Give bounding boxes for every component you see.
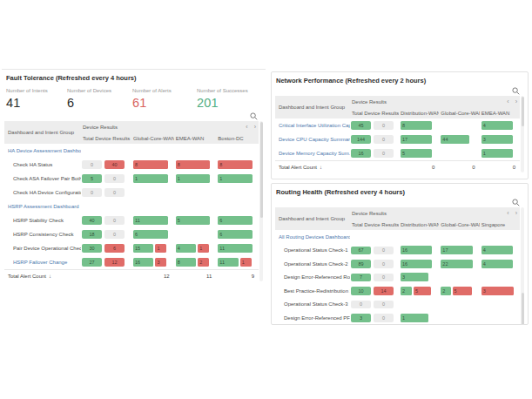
device-count-badge: 3: [351, 314, 371, 322]
next-columns-icon[interactable]: ›: [515, 98, 517, 105]
intent-group-link[interactable]: HA Device Assessment Dashbo...: [4, 148, 81, 153]
intent-group-link[interactable]: All Routing Devices Dashboard: [275, 234, 350, 240]
table-row: HA Device Assessment Dashbo...: [4, 144, 259, 158]
column-header: Singapore: [480, 222, 520, 227]
device-count-badge: 0: [374, 247, 394, 255]
site-result-cell: 151: [131, 241, 174, 255]
prev-columns-icon[interactable]: ‹: [246, 124, 247, 130]
intent-group-link[interactable]: Device CPU Capacity Summary: [275, 137, 350, 142]
alert-count-value: 0: [439, 165, 479, 170]
success-result-bar: 2: [441, 287, 450, 295]
total-device-results: 450: [350, 121, 399, 130]
prev-columns-icon[interactable]: ‹: [507, 210, 508, 216]
table-row: Check ASA Failover Pair Both ...50111: [4, 172, 259, 186]
table-header: Dashboard and Intent Group Device Result…: [275, 96, 520, 118]
total-device-results: 040: [81, 160, 131, 169]
success-result-bar: 22: [441, 260, 472, 268]
table-row: HSRP Assessment Dashboard: [4, 200, 259, 213]
vertical-scrollbar[interactable]: [521, 207, 524, 325]
device-count-badge: 0: [104, 188, 125, 197]
dashboard-canvas: Fault Tolerance (Refreshed every 4 hours…: [0, 0, 532, 399]
success-result-bar: 8: [401, 121, 432, 130]
routing-health-panel: Routing Health (Refreshed every 4 hours)…: [271, 183, 529, 325]
device-count-badge: 0: [374, 135, 394, 144]
table-row: All Routing Devices Dashboard: [275, 230, 520, 244]
site-result-cell: 1: [131, 172, 174, 186]
intent-row-label: Operational Status Check-3: [275, 301, 350, 307]
device-count-badge: 16: [351, 149, 371, 158]
site-result-cell: [131, 186, 174, 200]
success-result-bar: 17: [441, 246, 472, 254]
site-result-cell: 3: [399, 271, 439, 285]
total-device-results: 890: [350, 260, 399, 268]
table-row: Critical Interface Utilization Cap...450…: [275, 118, 520, 132]
column-group-header-device-results: Device Results: [83, 125, 118, 130]
metric-value: 201: [197, 96, 265, 110]
total-device-results: 00: [350, 301, 399, 309]
success-result-bar: 4: [481, 260, 513, 268]
search-icon[interactable]: [512, 199, 520, 206]
table-row: Pair Device Operational Check3061514111: [4, 241, 259, 255]
table-row: Design Error-Referenced PFX i...301: [275, 311, 520, 325]
column-header-dashboard-and-intent-group: Dashboard and Intent Group: [4, 121, 81, 144]
table-body: Critical Interface Utilization Cap...450…: [275, 118, 520, 160]
intent-row-label: Design Error-Referenced PFX i...: [275, 315, 350, 321]
alert-result-bar: 8: [176, 160, 211, 169]
column-header-dashboard-and-intent-group: Dashboard and Intent Group: [275, 96, 350, 118]
total-device-results: 670: [350, 247, 399, 255]
alert-result-bar: 1: [198, 244, 209, 253]
alert-count-badge: 6: [104, 244, 125, 253]
site-result-cell: 6: [216, 227, 259, 241]
site-result-cell: 8: [131, 158, 174, 172]
site-result-cell: 25: [439, 284, 479, 298]
metric-value: 61: [132, 96, 197, 110]
site-result-cell: 11: [131, 213, 174, 227]
next-columns-icon[interactable]: ›: [254, 124, 256, 130]
device-count-badge: 30: [82, 244, 102, 253]
total-device-results: 00: [81, 188, 131, 197]
sub-column-headers: Total Device ResultsDistribution-WANGlob…: [350, 107, 520, 118]
success-result-bar: 5: [176, 216, 211, 225]
table-toolbar: [272, 196, 528, 207]
total-device-results: 1440: [350, 135, 399, 144]
column-header: EMEA-WAN: [174, 136, 217, 141]
site-result-cell: 16: [399, 244, 439, 258]
scrollbar-thumb[interactable]: [260, 122, 263, 218]
search-icon[interactable]: [512, 87, 520, 95]
sort-descending-icon[interactable]: ↓: [320, 165, 322, 170]
table-header: Dashboard and Intent Group Device Result…: [4, 121, 259, 144]
prev-columns-icon[interactable]: ‹: [507, 98, 508, 105]
total-alert-count-label: Total Alert Count: [8, 274, 46, 279]
column-header: Total Device Results: [350, 222, 399, 227]
intent-results-table: Dashboard and Intent Group Device Result…: [4, 121, 263, 281]
vertical-scrollbar[interactable]: [521, 96, 524, 172]
site-result-cell: 3: [480, 132, 520, 146]
device-count-badge: 5: [82, 174, 102, 183]
total-alert-count-row: Total Alert Count↓ 12 11 9: [4, 269, 259, 281]
intent-group-link[interactable]: Critical Interface Utilization Cap...: [275, 123, 350, 128]
site-result-cell: 41: [174, 241, 217, 255]
success-result-bar: 4: [481, 246, 513, 254]
next-columns-icon[interactable]: ›: [515, 210, 517, 216]
site-result-cell: 1: [216, 172, 259, 186]
panel-title: Fault Tolerance (Refreshed every 4 hours…: [2, 70, 266, 82]
column-header: Global-Core-WAN: [439, 111, 479, 116]
scrollbar-thumb[interactable]: [522, 293, 524, 326]
sort-descending-icon[interactable]: ↓: [49, 274, 51, 279]
column-header-dashboard-and-intent-group: Dashboard and Intent Group: [275, 207, 350, 230]
total-alert-count-row: Total Alert Count↓ 0 0 0: [275, 160, 520, 172]
search-icon[interactable]: [250, 112, 258, 120]
success-result-bar: 1: [481, 149, 513, 158]
device-count-badge: 67: [351, 247, 371, 255]
intent-group-link[interactable]: Device Memory Capacity Sum...: [275, 151, 350, 156]
table-row: Operational Status Check-167016174: [275, 244, 520, 258]
scrollbar-thumb[interactable]: [522, 97, 524, 126]
site-result-cell: 111: [216, 255, 259, 269]
device-count-badge: 0: [351, 301, 371, 309]
vertical-scrollbar[interactable]: [259, 121, 263, 281]
site-result-cell: 44: [439, 132, 479, 146]
intent-group-link[interactable]: HSRP Assessment Dashboard: [4, 204, 81, 209]
success-result-bar: 16: [401, 246, 432, 254]
device-count-badge: 45: [351, 121, 371, 130]
intent-group-link[interactable]: HSRP Failover Change: [4, 260, 81, 265]
